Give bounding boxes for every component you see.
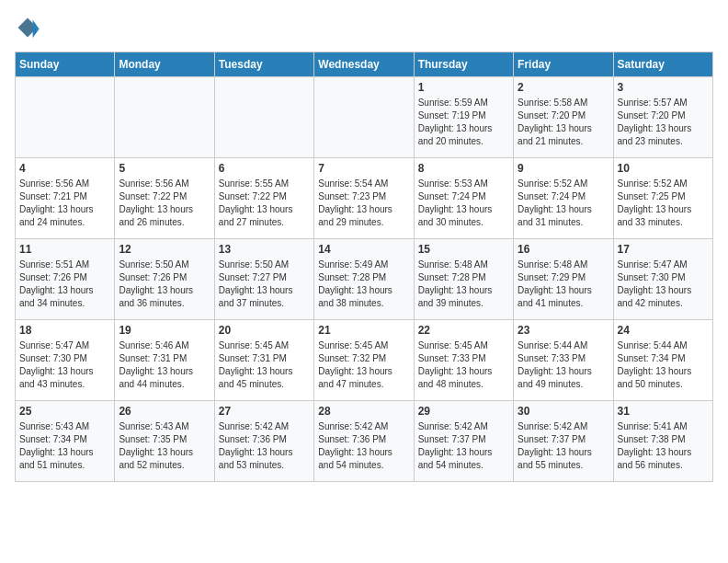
calendar-cell: 2Sunrise: 5:58 AMSunset: 7:20 PMDaylight… <box>514 77 613 158</box>
header-tuesday: Tuesday <box>214 52 313 77</box>
calendar-cell: 28Sunrise: 5:42 AMSunset: 7:36 PMDayligh… <box>314 401 414 482</box>
svg-marker-1 <box>33 20 40 39</box>
day-number: 11 <box>19 243 110 256</box>
day-info: Sunrise: 5:46 AMSunset: 7:31 PMDaylight:… <box>119 339 210 391</box>
day-info: Sunrise: 5:45 AMSunset: 7:32 PMDaylight:… <box>318 339 409 391</box>
day-info: Sunrise: 5:42 AMSunset: 7:36 PMDaylight:… <box>219 420 310 472</box>
week-row-4: 18Sunrise: 5:47 AMSunset: 7:30 PMDayligh… <box>16 320 713 401</box>
calendar-cell <box>314 77 414 158</box>
day-number: 28 <box>318 405 409 418</box>
day-info: Sunrise: 5:54 AMSunset: 7:23 PMDaylight:… <box>318 178 409 229</box>
header-row: SundayMondayTuesdayWednesdayThursdayFrid… <box>16 52 713 77</box>
day-info: Sunrise: 5:52 AMSunset: 7:24 PMDaylight:… <box>518 178 609 229</box>
day-number: 15 <box>418 243 509 256</box>
day-number: 19 <box>119 324 210 337</box>
day-info: Sunrise: 5:45 AMSunset: 7:33 PMDaylight:… <box>418 339 509 391</box>
calendar-cell: 22Sunrise: 5:45 AMSunset: 7:33 PMDayligh… <box>414 320 513 401</box>
calendar-cell: 3Sunrise: 5:57 AMSunset: 7:20 PMDaylight… <box>613 77 712 158</box>
day-info: Sunrise: 5:50 AMSunset: 7:26 PMDaylight:… <box>119 259 210 310</box>
logo <box>15 15 44 40</box>
day-info: Sunrise: 5:56 AMSunset: 7:22 PMDaylight:… <box>119 178 210 229</box>
day-number: 21 <box>318 324 409 337</box>
day-number: 18 <box>19 324 110 337</box>
day-info: Sunrise: 5:56 AMSunset: 7:21 PMDaylight:… <box>19 178 110 229</box>
day-number: 7 <box>318 162 409 175</box>
day-number: 20 <box>219 324 310 337</box>
day-info: Sunrise: 5:42 AMSunset: 7:37 PMDaylight:… <box>418 420 509 472</box>
header-saturday: Saturday <box>613 52 712 77</box>
day-info: Sunrise: 5:53 AMSunset: 7:24 PMDaylight:… <box>418 178 509 229</box>
day-number: 5 <box>119 162 210 175</box>
day-number: 2 <box>518 81 609 94</box>
day-info: Sunrise: 5:57 AMSunset: 7:20 PMDaylight:… <box>618 97 709 148</box>
calendar-cell: 14Sunrise: 5:49 AMSunset: 7:28 PMDayligh… <box>314 239 414 320</box>
week-row-5: 25Sunrise: 5:43 AMSunset: 7:34 PMDayligh… <box>16 401 713 482</box>
day-number: 14 <box>318 243 409 256</box>
page-header <box>15 15 713 40</box>
day-number: 4 <box>19 162 110 175</box>
calendar-cell: 18Sunrise: 5:47 AMSunset: 7:30 PMDayligh… <box>16 320 115 401</box>
day-number: 22 <box>418 324 509 337</box>
day-info: Sunrise: 5:59 AMSunset: 7:19 PMDaylight:… <box>418 97 509 148</box>
day-info: Sunrise: 5:48 AMSunset: 7:28 PMDaylight:… <box>418 259 509 310</box>
day-info: Sunrise: 5:42 AMSunset: 7:36 PMDaylight:… <box>318 420 409 472</box>
day-info: Sunrise: 5:43 AMSunset: 7:34 PMDaylight:… <box>19 420 110 472</box>
calendar-cell: 9Sunrise: 5:52 AMSunset: 7:24 PMDaylight… <box>514 158 613 239</box>
calendar-cell: 25Sunrise: 5:43 AMSunset: 7:34 PMDayligh… <box>16 401 115 482</box>
day-info: Sunrise: 5:58 AMSunset: 7:20 PMDaylight:… <box>518 97 609 148</box>
day-info: Sunrise: 5:42 AMSunset: 7:37 PMDaylight:… <box>518 420 609 472</box>
calendar-cell: 20Sunrise: 5:45 AMSunset: 7:31 PMDayligh… <box>214 320 313 401</box>
day-number: 26 <box>119 405 210 418</box>
day-number: 17 <box>618 243 709 256</box>
calendar-cell: 15Sunrise: 5:48 AMSunset: 7:28 PMDayligh… <box>414 239 513 320</box>
day-info: Sunrise: 5:45 AMSunset: 7:31 PMDaylight:… <box>219 339 310 391</box>
calendar-cell: 4Sunrise: 5:56 AMSunset: 7:21 PMDaylight… <box>16 158 115 239</box>
day-number: 3 <box>618 81 709 94</box>
calendar-cell: 16Sunrise: 5:48 AMSunset: 7:29 PMDayligh… <box>514 239 613 320</box>
day-number: 13 <box>219 243 310 256</box>
day-number: 29 <box>418 405 509 418</box>
day-number: 9 <box>518 162 609 175</box>
day-info: Sunrise: 5:55 AMSunset: 7:22 PMDaylight:… <box>219 178 310 229</box>
calendar-cell <box>214 77 313 158</box>
day-number: 27 <box>219 405 310 418</box>
calendar-header: SundayMondayTuesdayWednesdayThursdayFrid… <box>16 52 713 77</box>
day-number: 30 <box>518 405 609 418</box>
week-row-3: 11Sunrise: 5:51 AMSunset: 7:26 PMDayligh… <box>16 239 713 320</box>
calendar-cell: 13Sunrise: 5:50 AMSunset: 7:27 PMDayligh… <box>214 239 313 320</box>
day-info: Sunrise: 5:44 AMSunset: 7:34 PMDaylight:… <box>618 339 709 391</box>
calendar-cell: 24Sunrise: 5:44 AMSunset: 7:34 PMDayligh… <box>613 320 712 401</box>
day-info: Sunrise: 5:47 AMSunset: 7:30 PMDaylight:… <box>19 339 110 391</box>
week-row-2: 4Sunrise: 5:56 AMSunset: 7:21 PMDaylight… <box>16 158 713 239</box>
calendar-cell: 8Sunrise: 5:53 AMSunset: 7:24 PMDaylight… <box>414 158 513 239</box>
header-friday: Friday <box>514 52 613 77</box>
calendar-cell: 19Sunrise: 5:46 AMSunset: 7:31 PMDayligh… <box>115 320 214 401</box>
calendar-cell: 10Sunrise: 5:52 AMSunset: 7:25 PMDayligh… <box>613 158 712 239</box>
day-info: Sunrise: 5:51 AMSunset: 7:26 PMDaylight:… <box>19 259 110 310</box>
calendar-table: SundayMondayTuesdayWednesdayThursdayFrid… <box>15 52 713 482</box>
day-info: Sunrise: 5:50 AMSunset: 7:27 PMDaylight:… <box>219 259 310 310</box>
day-number: 8 <box>418 162 509 175</box>
calendar-cell: 31Sunrise: 5:41 AMSunset: 7:38 PMDayligh… <box>613 401 712 482</box>
calendar-cell: 27Sunrise: 5:42 AMSunset: 7:36 PMDayligh… <box>214 401 313 482</box>
week-row-1: 1Sunrise: 5:59 AMSunset: 7:19 PMDaylight… <box>16 77 713 158</box>
day-info: Sunrise: 5:52 AMSunset: 7:25 PMDaylight:… <box>618 178 709 229</box>
day-info: Sunrise: 5:41 AMSunset: 7:38 PMDaylight:… <box>618 420 709 472</box>
day-number: 12 <box>119 243 210 256</box>
day-info: Sunrise: 5:48 AMSunset: 7:29 PMDaylight:… <box>518 259 609 310</box>
day-number: 23 <box>518 324 609 337</box>
day-number: 6 <box>219 162 310 175</box>
calendar-cell: 29Sunrise: 5:42 AMSunset: 7:37 PMDayligh… <box>414 401 513 482</box>
header-monday: Monday <box>115 52 214 77</box>
day-number: 16 <box>518 243 609 256</box>
day-info: Sunrise: 5:43 AMSunset: 7:35 PMDaylight:… <box>119 420 210 472</box>
calendar-cell: 5Sunrise: 5:56 AMSunset: 7:22 PMDaylight… <box>115 158 214 239</box>
calendar-body: 1Sunrise: 5:59 AMSunset: 7:19 PMDaylight… <box>16 77 713 482</box>
calendar-cell: 30Sunrise: 5:42 AMSunset: 7:37 PMDayligh… <box>514 401 613 482</box>
header-wednesday: Wednesday <box>314 52 414 77</box>
calendar-cell: 23Sunrise: 5:44 AMSunset: 7:33 PMDayligh… <box>514 320 613 401</box>
day-number: 25 <box>19 405 110 418</box>
day-number: 31 <box>618 405 709 418</box>
day-number: 10 <box>618 162 709 175</box>
calendar-cell: 11Sunrise: 5:51 AMSunset: 7:26 PMDayligh… <box>16 239 115 320</box>
